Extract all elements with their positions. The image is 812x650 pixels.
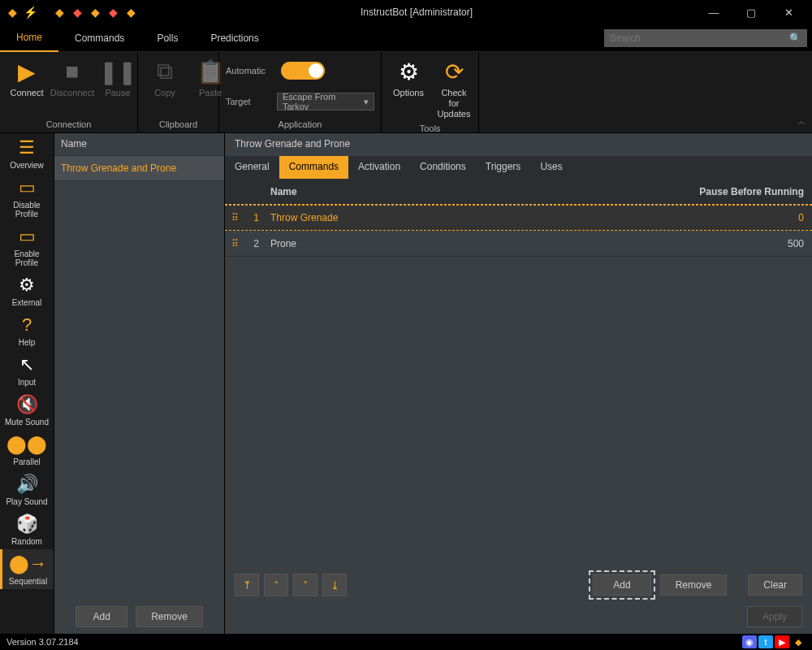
overview-icon: ☰	[13, 136, 41, 159]
content-remove-button[interactable]: Remove	[660, 574, 728, 596]
close-button[interactable]: ✕	[770, 0, 807, 24]
drag-handle-icon[interactable]: ⠿	[225, 212, 244, 223]
enable-profile-icon: ▭	[13, 225, 41, 248]
sidebar-external[interactable]: ⚙External	[0, 271, 54, 310]
commands-table: Name Pause Before Running ⠿ 1 Throw Gren…	[225, 179, 812, 564]
clear-button[interactable]: Clear	[748, 574, 802, 596]
sidebar-disable-profile[interactable]: ▭Disable Profile	[0, 173, 54, 222]
tab-activation[interactable]: Activation	[348, 156, 410, 179]
drag-handle-icon[interactable]: ⠿	[225, 238, 244, 249]
content-bottom-bar: ⤒ ˄ ˅ ⤓ Add Remove Clear	[225, 564, 812, 606]
content-title: Throw Grenade and Prone	[225, 133, 812, 156]
app-status-icon[interactable]: ◆	[791, 635, 806, 648]
move-down-button[interactable]: ˅	[293, 574, 317, 596]
chevron-down-icon: ▾	[364, 97, 369, 107]
minimize-button[interactable]: —	[695, 0, 732, 24]
main-tabs: Home Commands Polls Predictions 🔍	[0, 24, 812, 52]
window-controls: — ▢ ✕	[695, 0, 807, 24]
move-top-button[interactable]: ⤒	[235, 574, 259, 596]
tab-commands-sub[interactable]: Commands	[279, 156, 348, 179]
connection-label: Connection	[6, 118, 131, 131]
sidebar: ☰Overview ▭Disable Profile ▭Enable Profi…	[0, 133, 54, 634]
tab-commands[interactable]: Commands	[58, 24, 140, 52]
search-input[interactable]	[610, 32, 789, 44]
mute-icon: 🔇	[13, 393, 41, 416]
sound-icon: 🔊	[13, 473, 41, 496]
titlebar-icons: ◆ ⚡ ◆ ◆ ◆ ◆ ◆	[5, 5, 138, 20]
table-header: Name Pause Before Running	[225, 179, 812, 205]
list-item[interactable]: Throw Grenade and Prone	[54, 156, 224, 181]
list-header: Name	[54, 133, 224, 156]
target-label: Target	[226, 97, 270, 106]
options-button[interactable]: ⚙ Options	[388, 55, 429, 100]
ribbon-application: Automatic Target Escape From Tarkov ▾ Ap…	[219, 52, 382, 132]
ribbon-connection: ▶ Connect ■ Disconnect ❚❚ Pause Connecti…	[0, 52, 138, 132]
sidebar-overview[interactable]: ☰Overview	[0, 133, 54, 173]
content-add-button[interactable]: Add	[593, 574, 650, 596]
youtube-icon[interactable]: ▶	[775, 635, 789, 648]
table-row[interactable]: ⠿ 1 Throw Grenade 0	[225, 205, 812, 231]
tab-general[interactable]: General	[225, 156, 279, 179]
pause-icon: ❚❚	[103, 57, 132, 86]
copy-icon: ⧉	[150, 57, 179, 86]
status-bar: Version 3.07.2184 ◉ t ▶ ◆	[0, 634, 812, 650]
sidebar-enable-profile[interactable]: ▭Enable Profile	[0, 222, 54, 271]
tab-uses[interactable]: Uses	[530, 156, 572, 179]
application-label: Application	[226, 118, 374, 131]
sidebar-play-sound[interactable]: 🔊Play Sound	[0, 470, 54, 509]
window-title: InstructBot [Administrator]	[138, 6, 695, 18]
paste-icon: 📋	[196, 57, 225, 86]
table-row[interactable]: ⠿ 2 Prone 500	[225, 231, 812, 257]
connect-button[interactable]: ▶ Connect	[6, 55, 47, 100]
play-icon: ▶	[12, 57, 41, 86]
copy-button[interactable]: ⧉ Copy	[145, 55, 185, 100]
move-up-button[interactable]: ˄	[264, 574, 288, 596]
sidebar-input[interactable]: ↖Input	[0, 350, 54, 390]
help-icon: ?	[13, 314, 41, 336]
content-panel: Throw Grenade and Prone General Commands…	[225, 133, 812, 634]
pause-button[interactable]: ❚❚ Pause	[97, 55, 138, 100]
stop-icon: ■	[58, 57, 87, 86]
tab-home[interactable]: Home	[0, 24, 58, 52]
apply-button[interactable]: Apply	[747, 606, 802, 627]
profile-list-panel: Name Throw Grenade and Prone Add Remove	[54, 133, 225, 634]
ribbon-collapse-icon[interactable]: ︿	[797, 116, 806, 128]
automatic-toggle[interactable]	[281, 62, 325, 80]
twitter-icon[interactable]: t	[758, 635, 773, 648]
ribbon-tools: ⚙ Options ⟳ Check for Updates Tools	[382, 52, 479, 132]
parallel-icon: ⬤⬤	[13, 433, 41, 456]
tools-label: Tools	[388, 122, 472, 135]
tab-predictions[interactable]: Predictions	[194, 24, 274, 52]
ribbon: ▶ Connect ■ Disconnect ❚❚ Pause Connecti…	[0, 52, 812, 133]
badge-icon-4: ◆	[88, 5, 102, 20]
app-icon: ◆	[5, 5, 19, 20]
gear-icon: ⚙	[394, 57, 423, 86]
disconnect-button[interactable]: ■ Disconnect	[52, 55, 93, 100]
move-bottom-button[interactable]: ⤓	[322, 574, 347, 596]
sidebar-sequential[interactable]: ⬤→Sequential	[0, 549, 54, 589]
main-area: ☰Overview ▭Disable Profile ▭Enable Profi…	[0, 133, 812, 634]
sidebar-help[interactable]: ?Help	[0, 310, 54, 350]
col-name: Name	[266, 186, 682, 197]
input-icon: ↖	[13, 353, 41, 376]
sidebar-parallel[interactable]: ⬤⬤Parallel	[0, 430, 54, 470]
discord-icon[interactable]: ◉	[742, 635, 757, 648]
plug-icon: ⚡	[23, 5, 37, 20]
list-remove-button[interactable]: Remove	[136, 606, 203, 627]
disable-profile-icon: ▭	[13, 176, 41, 199]
target-select[interactable]: Escape From Tarkov ▾	[277, 93, 374, 110]
add-highlight: Add	[589, 570, 654, 600]
search-box[interactable]: 🔍	[604, 29, 807, 47]
check-updates-button[interactable]: ⟳ Check for Updates	[434, 55, 474, 122]
list-add-button[interactable]: Add	[76, 606, 127, 627]
sequential-icon: ⬤→	[15, 552, 42, 575]
tab-triggers[interactable]: Triggers	[476, 156, 531, 179]
sidebar-mute-sound[interactable]: 🔇Mute Sound	[0, 390, 54, 430]
badge-icon-6: ◆	[123, 5, 138, 20]
tab-polls[interactable]: Polls	[140, 24, 194, 52]
maximize-button[interactable]: ▢	[732, 0, 770, 24]
tab-conditions[interactable]: Conditions	[410, 156, 476, 179]
badge-icon-5: ◆	[106, 5, 120, 20]
sidebar-random[interactable]: 🎲Random	[0, 509, 54, 549]
clipboard-label: Clipboard	[145, 118, 212, 131]
